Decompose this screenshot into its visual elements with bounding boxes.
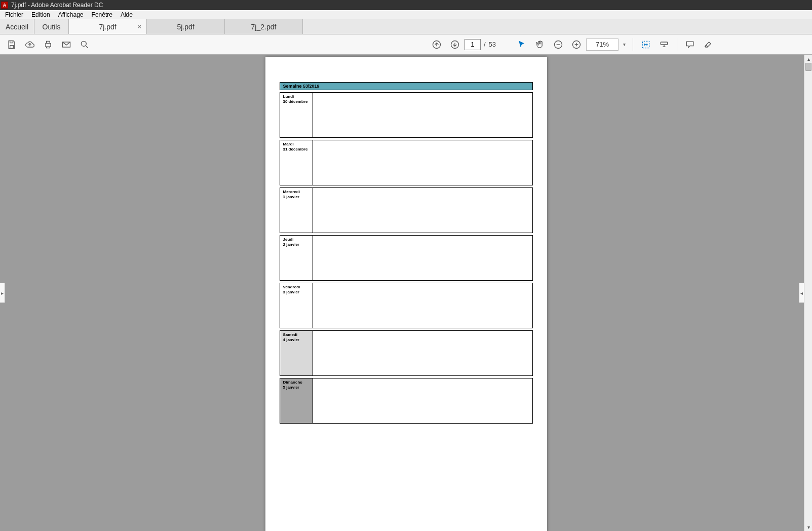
- day-date: 1 janvier: [283, 195, 310, 200]
- menu-edition[interactable]: Edition: [27, 11, 54, 18]
- document-area[interactable]: ▸ ◂ ▴ ▾ Semaine 53/2019 Lundi30 décembre…: [0, 55, 812, 531]
- day-content: [313, 378, 532, 423]
- window-titlebar: A 7j.pdf - Adobe Acrobat Reader DC: [0, 0, 812, 10]
- window-title: 7j.pdf - Adobe Acrobat Reader DC: [11, 2, 103, 9]
- tab-home[interactable]: Accueil: [0, 19, 34, 34]
- day-name: Lundi: [283, 94, 310, 99]
- scroll-up-arrow[interactable]: ▴: [804, 55, 812, 63]
- comment-button[interactable]: [681, 36, 699, 53]
- zoom-level-label: 71%: [596, 41, 609, 48]
- day-row: Lundi30 décembre: [280, 92, 533, 138]
- toolbar-separator: [633, 38, 633, 51]
- day-content: [313, 236, 532, 280]
- zoom-level[interactable]: 71%: [586, 39, 618, 51]
- svg-rect-0: [46, 43, 51, 47]
- scroll-thumb[interactable]: [805, 63, 811, 71]
- day-name: Dimanche: [283, 380, 310, 385]
- day-label: Samedi4 janvier: [280, 331, 313, 375]
- day-row: Mardi31 décembre: [280, 140, 533, 185]
- day-name: Mercredi: [283, 189, 310, 195]
- day-content: [313, 331, 532, 375]
- day-content: [313, 93, 532, 137]
- day-date: 31 décembre: [283, 147, 310, 152]
- day-label: Mardi31 décembre: [280, 140, 313, 185]
- svg-point-2: [81, 41, 86, 46]
- day-label: Dimanche5 janvier: [280, 378, 313, 423]
- day-date: 4 janvier: [283, 337, 310, 343]
- hand-tool-button[interactable]: [531, 36, 549, 53]
- save-button[interactable]: [3, 36, 20, 53]
- day-label: Mercredi1 janvier: [280, 188, 313, 233]
- tab-file-2[interactable]: 7j_2.pdf: [225, 19, 303, 34]
- menu-aide[interactable]: Aide: [117, 11, 137, 18]
- page-number-input[interactable]: [465, 39, 481, 50]
- pdf-page: Semaine 53/2019 Lundi30 décembreMardi31 …: [265, 57, 547, 531]
- sign-button[interactable]: [700, 36, 717, 53]
- tab-file-1-label: 5j.pdf: [177, 23, 194, 31]
- left-panel-toggle[interactable]: ▸: [0, 283, 5, 303]
- page-down-button[interactable]: [446, 36, 463, 53]
- cloud-upload-button[interactable]: [21, 36, 38, 53]
- day-date: 3 janvier: [283, 290, 310, 295]
- selection-tool-button[interactable]: [513, 36, 530, 53]
- toolbar-separator: [677, 38, 677, 51]
- zoom-out-button[interactable]: [550, 36, 567, 53]
- tab-file-0[interactable]: 7j.pdf ×: [69, 19, 147, 34]
- day-label: Jeudi2 janvier: [280, 236, 313, 280]
- page-up-button[interactable]: [428, 36, 445, 53]
- tab-file-1[interactable]: 5j.pdf: [147, 19, 225, 34]
- zoom-dropdown[interactable]: ▾: [620, 39, 629, 51]
- menu-affichage[interactable]: Affichage: [54, 11, 88, 18]
- day-row: Mercredi1 janvier: [280, 187, 533, 233]
- day-label: Vendredi3 janvier: [280, 283, 313, 328]
- week-header: Semaine 53/2019: [280, 82, 533, 90]
- day-label: Lundi30 décembre: [280, 93, 313, 137]
- find-button[interactable]: [76, 36, 93, 53]
- email-button[interactable]: [58, 36, 75, 53]
- day-name: Samedi: [283, 332, 310, 337]
- day-name: Mardi: [283, 142, 310, 147]
- day-content: [313, 188, 532, 233]
- tab-tools[interactable]: Outils: [34, 19, 69, 34]
- fit-width-button[interactable]: [637, 36, 654, 53]
- right-panel-toggle[interactable]: ◂: [799, 283, 804, 303]
- day-name: Jeudi: [283, 237, 310, 242]
- toolbar: / 53 71% ▾: [0, 34, 812, 55]
- day-row: Vendredi3 janvier: [280, 283, 533, 328]
- day-date: 30 décembre: [283, 99, 310, 104]
- day-content: [313, 283, 532, 328]
- page-indicator: / 53: [465, 39, 496, 50]
- tab-tools-label: Outils: [43, 23, 61, 31]
- day-date: 2 janvier: [283, 242, 310, 247]
- read-mode-button[interactable]: [655, 36, 673, 53]
- page-sep: /: [484, 41, 486, 48]
- menu-fichier[interactable]: Fichier: [1, 11, 27, 18]
- vertical-scrollbar[interactable]: ▴ ▾: [804, 55, 812, 531]
- day-date: 5 janvier: [283, 385, 310, 390]
- zoom-in-button[interactable]: [568, 36, 585, 53]
- menu-fenetre[interactable]: Fenêtre: [88, 11, 117, 18]
- day-name: Vendredi: [283, 285, 310, 290]
- day-row: Samedi4 janvier: [280, 330, 533, 376]
- tab-file-2-label: 7j_2.pdf: [251, 23, 277, 31]
- close-icon[interactable]: ×: [137, 23, 141, 30]
- day-content: [313, 140, 532, 185]
- app-icon: A: [1, 2, 8, 9]
- print-button[interactable]: [40, 36, 57, 53]
- svg-rect-8: [661, 42, 667, 45]
- page-total: 53: [489, 41, 496, 48]
- menubar: Fichier Edition Affichage Fenêtre Aide: [0, 10, 812, 19]
- tabs-row: Accueil Outils 7j.pdf × 5j.pdf 7j_2.pdf: [0, 19, 812, 34]
- tab-file-0-label: 7j.pdf: [99, 23, 116, 31]
- day-row: Dimanche5 janvier: [280, 378, 533, 424]
- scroll-down-arrow[interactable]: ▾: [804, 523, 812, 531]
- tab-home-label: Accueil: [6, 23, 28, 31]
- day-row: Jeudi2 janvier: [280, 235, 533, 281]
